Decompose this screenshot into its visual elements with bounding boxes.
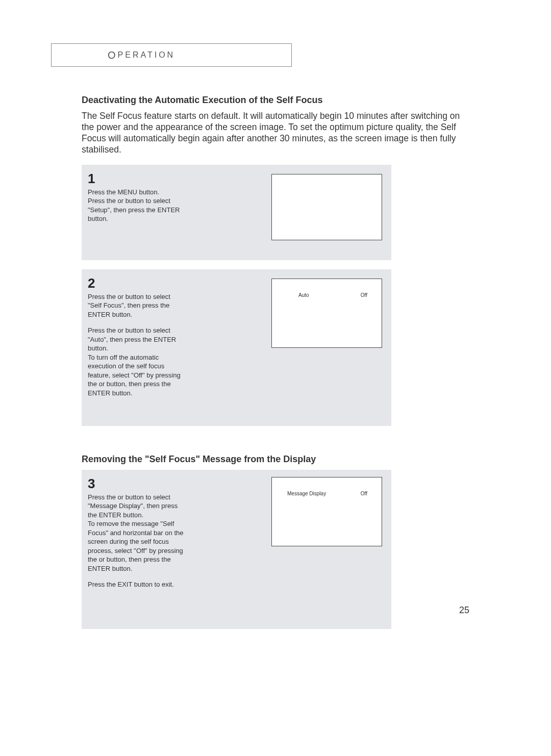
section-header: OPERATION	[51, 43, 292, 67]
step-number-3: 3	[88, 476, 185, 492]
step3-p3: Press the EXIT button to exit.	[88, 581, 174, 588]
osd2-auto: Auto	[298, 292, 309, 298]
osd-screenshot-3: Message Display Off	[271, 477, 382, 546]
intro-paragraph: The Self Focus feature starts on default…	[82, 111, 474, 156]
step-number-1: 1	[88, 171, 185, 187]
step-2-text: Press the or button to select "Self Focu…	[88, 292, 185, 398]
step-block-3: 3 Press the or button to select "Message…	[82, 470, 391, 629]
step3-p1: Press the or button to select "Message D…	[88, 493, 178, 519]
step-block-2: 2 Press the or button to select "Self Fo…	[82, 269, 391, 426]
osd-screenshot-2: Auto Off	[271, 279, 382, 348]
step-number-2: 2	[88, 275, 185, 291]
osd2-off: Off	[361, 292, 367, 298]
step-block-1: 1 Press the MENU button. Press the or bu…	[82, 165, 391, 260]
step2-p3: To turn off the automatic execution of t…	[88, 354, 181, 397]
step-1-text: Press the MENU button. Press the or butt…	[88, 188, 185, 223]
step2-p2: Press the or button to select "Auto", th…	[88, 326, 176, 352]
step1-line1: Press the MENU button.	[88, 188, 159, 196]
page-number: 25	[459, 605, 469, 616]
header-cap: O	[108, 49, 118, 61]
section-title-2: Removing the "Self Focus" Message from t…	[82, 454, 485, 465]
section-title-1: Deactivating the Automatic Execution of …	[82, 95, 485, 106]
osd-screenshot-1	[271, 174, 382, 240]
osd3-off: Off	[361, 491, 367, 496]
header-rest: PERATION	[118, 51, 176, 60]
step2-p1: Press the or button to select "Self Focu…	[88, 292, 185, 319]
osd3-label: Message Display	[287, 491, 326, 496]
step1-line2: Press the or button to select "Setup", t…	[88, 197, 180, 222]
step3-p2: To remove the message "Self Focus" and h…	[88, 519, 185, 573]
step-3-text: Press the or button to select "Message D…	[88, 493, 185, 589]
